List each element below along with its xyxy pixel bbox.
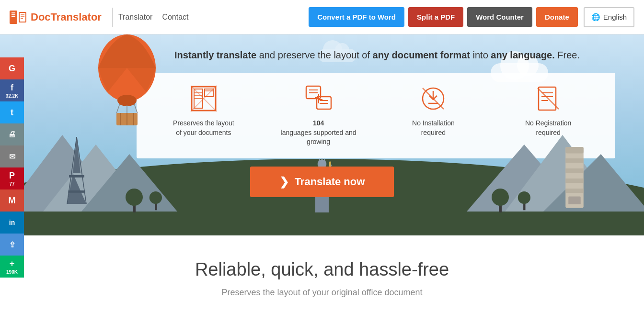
svg-rect-62 (565, 147, 584, 154)
pinterest-count: 77 (9, 181, 14, 187)
navbar: DocTranslator Translator Contact Convert… (0, 0, 644, 34)
eiffel-tower (58, 135, 96, 212)
nav-translator-link[interactable]: Translator (118, 13, 152, 22)
social-linkedin[interactable]: in (0, 212, 24, 234)
headline-free: Free. (557, 50, 580, 60)
svg-point-60 (518, 191, 530, 204)
facebook-icon: f (11, 83, 13, 93)
balloon-svg (93, 34, 161, 125)
svg-rect-4 (19, 12, 26, 22)
svg-rect-66 (565, 189, 584, 193)
email-icon: ✉ (9, 152, 15, 161)
facebook-count: 32.2K (6, 93, 19, 99)
language-label: English (603, 13, 627, 21)
svg-point-46 (126, 189, 143, 206)
headline-and-preserve: and preserve the layout of (259, 50, 373, 60)
svg-point-69 (117, 95, 137, 106)
bookmark-icon: ⇪ (9, 240, 15, 249)
gmail-icon: M (9, 196, 16, 206)
svg-rect-49 (315, 195, 329, 213)
svg-marker-52 (321, 158, 323, 162)
social-bookmark[interactable]: ⇪ (0, 234, 24, 256)
svg-marker-40 (67, 173, 86, 204)
feature-languages: 104 languages supported and growing (276, 84, 362, 147)
headline-any-format: any document format (373, 50, 470, 60)
language-icon: 🌐 (591, 13, 600, 22)
nav-contact-link[interactable]: Contact (162, 13, 188, 22)
donate-button[interactable]: Donate (536, 7, 578, 27)
logo-text: DocTranslator (31, 11, 102, 23)
google-icon: G (9, 64, 15, 74)
hero-headline: Instantly translate and preserve the lay… (110, 48, 644, 62)
pinterest-icon: P (9, 171, 15, 181)
word-counter-button[interactable]: Word Counter (467, 7, 532, 27)
svg-point-48 (150, 191, 162, 204)
svg-rect-65 (565, 178, 584, 183)
headline-any-language: any language. (491, 50, 554, 60)
svg-rect-3 (12, 16, 15, 17)
bottom-title: Reliable, quick, and hassle-free (10, 259, 634, 280)
bottom-subtitle: Preserves the layout of your original of… (10, 288, 634, 298)
language-button[interactable]: 🌐 English (584, 7, 634, 27)
svg-rect-64 (565, 168, 584, 173)
convert-pdf-button[interactable]: Convert a PDF to Word (309, 7, 404, 27)
headline-instantly: Instantly translate (174, 50, 256, 60)
social-twitter[interactable]: t (0, 101, 24, 123)
more-count: 190K (6, 269, 18, 275)
translate-now-button[interactable]: ❯ Translate now (250, 167, 394, 197)
translate-button-container: ❯ Translate now (250, 167, 394, 197)
mountains-right (443, 116, 644, 212)
svg-rect-56 (329, 161, 331, 167)
svg-rect-2 (12, 14, 15, 15)
languages-icon (304, 84, 333, 113)
svg-rect-1 (12, 12, 15, 13)
svg-point-58 (492, 189, 509, 206)
hot-air-balloon (93, 34, 161, 127)
bottom-section: Reliable, quick, and hassle-free Preserv… (0, 235, 644, 312)
svg-rect-42 (68, 190, 85, 193)
headline-into: into (473, 50, 491, 60)
hero-section: Instantly translate and preserve the lay… (0, 34, 644, 235)
print-icon: 🖨 (8, 130, 16, 139)
layout-icon (189, 84, 218, 113)
social-google[interactable]: G (0, 57, 24, 79)
svg-rect-27 (539, 87, 556, 110)
svg-rect-67 (568, 197, 581, 205)
social-print[interactable]: 🖨 (0, 123, 24, 145)
chevron-right-icon: ❯ (279, 175, 289, 189)
pisa-tower (558, 140, 591, 212)
social-facebook[interactable]: f 32.2K (0, 79, 24, 101)
mountains-left (0, 116, 201, 212)
tree-left-2 (149, 186, 165, 212)
tree-right-1 (491, 184, 510, 212)
social-gmail[interactable]: M (0, 189, 24, 212)
social-sidebar: G f 32.2K t 🖨 ✉ P 77 M in ⇪ + 190K (0, 57, 24, 278)
svg-line-72 (134, 104, 138, 113)
no-register-icon (534, 84, 563, 113)
split-pdf-button[interactable]: Split a PDF (408, 7, 463, 27)
social-more[interactable]: + 190K (0, 256, 24, 278)
nav-divider (112, 8, 113, 27)
more-icon: + (10, 259, 15, 269)
logo[interactable]: DocTranslator (10, 11, 102, 24)
translate-button-label: Translate now (295, 176, 365, 188)
svg-line-70 (116, 104, 120, 113)
no-install-icon (419, 84, 448, 113)
tree-right-2 (517, 186, 534, 212)
twitter-icon: t (11, 108, 13, 118)
social-pinterest[interactable]: P 77 (0, 167, 24, 189)
svg-rect-63 (565, 158, 584, 163)
logo-icon (10, 11, 27, 24)
linkedin-icon: in (9, 219, 15, 226)
social-email[interactable]: ✉ (0, 145, 24, 167)
tree-left-1 (125, 184, 144, 212)
